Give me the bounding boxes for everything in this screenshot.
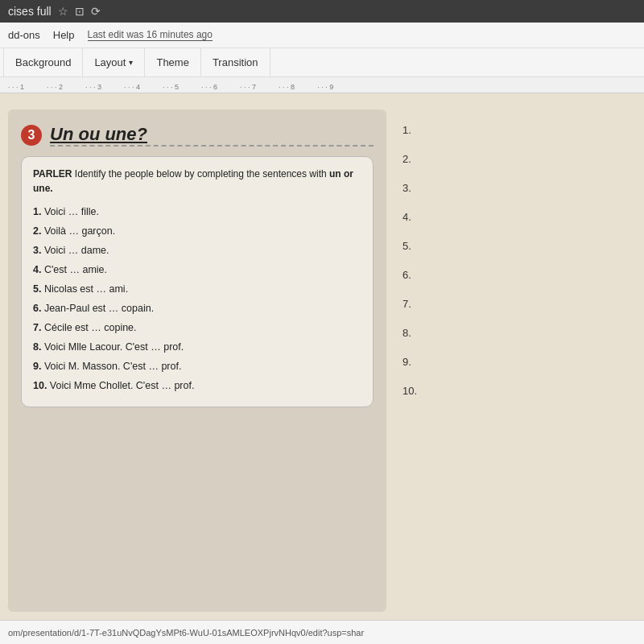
list-item: 7. Cécile est … copine. [33,320,361,336]
instruction-text: Identify the people below by completing … [33,168,353,194]
last-edit-label: Last edit was 16 minutes ago [88,29,213,41]
ruler-mark-4: · · · 4 [124,83,140,91]
ruler-marks: · · · 1 · · · 2 · · · 3 · · · 4 · · · 5 … [8,83,644,91]
menu-help[interactable]: Help [53,29,75,41]
list-item: 1. Voici … fille. [33,204,361,220]
menu-addons[interactable]: dd-ons [8,29,40,41]
menu-bar: dd-ons Help Last edit was 16 minutes ago [0,23,644,48]
answer-line-10: 10. [402,378,417,402]
ruler: · · · 1 · · · 2 · · · 3 · · · 4 · · · 5 … [0,77,644,93]
exercise-number: 3 [21,125,42,146]
url-text: om/presentation/d/1-7T-e31uNvQDagYsMPt6-… [8,628,364,638]
list-item: 6. Jean-Paul est … copain. [33,300,361,316]
parler-label: PARLER [33,168,72,180]
background-label: Background [15,56,71,68]
bold-words: un or une. [33,168,353,194]
list-item: 5. Nicolas est … ami. [33,281,361,297]
exercise-title: Un ou une? [50,124,374,147]
title-bar: cises full ☆ ⊡ ⟳ [0,0,644,23]
answer-line-3: 3. [402,175,417,200]
answer-line-9: 9. [402,349,417,374]
answer-line-8: 8. [402,320,417,345]
ruler-mark-2: · · · 2 [47,83,63,91]
background-button[interactable]: Background [3,48,83,76]
layout-label: Layout [94,56,126,68]
ruler-mark-5: · · · 5 [163,83,179,91]
slide-box: 3 Un ou une? PARLER Identify the people … [8,109,386,612]
parler-instruction: PARLER Identify the people below by comp… [33,167,361,196]
list-item: 3. Voici … dame. [33,242,361,258]
theme-label: Theme [156,56,188,68]
ruler-mark-8: · · · 8 [279,83,295,91]
list-item: 8. Voici Mlle Lacour. C'est … prof. [33,339,361,355]
transition-label: Transition [213,56,258,68]
answer-line-7: 7. [402,291,417,316]
ruler-mark-9: · · · 9 [317,83,333,91]
transition-button[interactable]: Transition [201,48,270,76]
theme-button[interactable]: Theme [145,48,200,76]
toolbar: Background Layout ▾ Theme Transition [0,48,644,77]
layout-button[interactable]: Layout ▾ [83,48,145,76]
content-card: PARLER Identify the people below by comp… [21,156,374,407]
share-icon[interactable]: ⟳ [91,5,101,18]
ruler-mark-3: · · · 3 [85,83,101,91]
layout-chevron-icon: ▾ [129,58,133,67]
list-item: 10. Voici Mme Chollet. C'est … prof. [33,378,361,394]
answer-line-4: 4. [402,204,417,229]
answer-line-2: 2. [402,147,417,171]
ruler-mark-6: · · · 6 [201,83,217,91]
save-icon[interactable]: ⊡ [75,5,85,18]
answer-line-6: 6. [402,262,417,287]
answer-area: 1. 2. 3. 4. 5. 6. 7. 8. 9. 10. [402,109,417,612]
star-icon[interactable]: ☆ [58,5,68,18]
answer-line-5: 5. [402,233,417,258]
list-item: 4. C'est … amie. [33,262,361,278]
ruler-mark-7: · · · 7 [240,83,256,91]
title-icons: ☆ ⊡ ⟳ [58,5,101,18]
answer-line-1: 1. [402,118,417,142]
ruler-mark-1: · · · 1 [8,83,24,91]
title-text: cises full [8,5,52,18]
url-bar: om/presentation/d/1-7T-e31uNvQDagYsMPt6-… [0,620,644,644]
main-area: 3 Un ou une? PARLER Identify the people … [0,93,644,620]
list-item: 2. Voilà … garçon. [33,223,361,239]
list-item: 9. Voici M. Masson. C'est … prof. [33,358,361,374]
exercise-list: 1. Voici … fille. 2. Voilà … garçon. 3. … [33,204,361,394]
exercise-header: 3 Un ou une? [21,124,374,147]
